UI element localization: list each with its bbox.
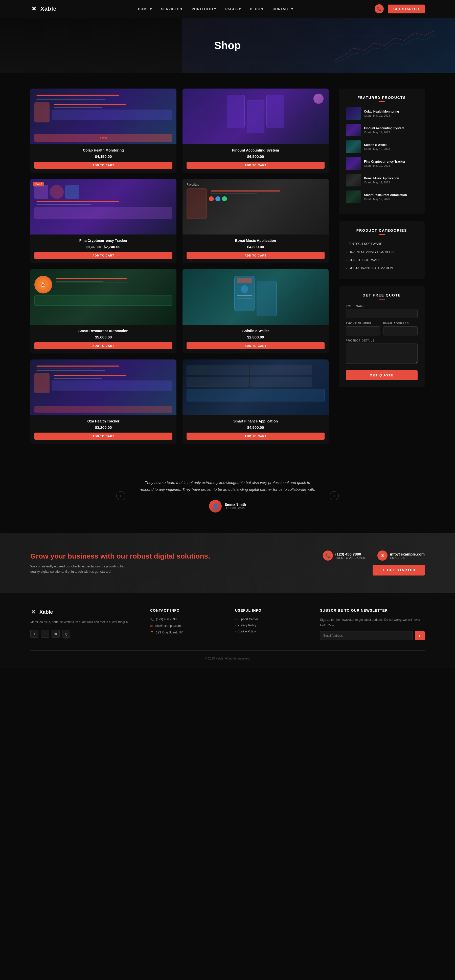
footer-logo-text: Xable [40, 609, 53, 615]
nav-cta-button[interactable]: GET STARTED [388, 5, 425, 13]
product-name-3: Fina Cryptocurrency Tracker [34, 239, 173, 243]
add-to-cart-7[interactable]: ADD TO CART [34, 433, 173, 440]
product-card-7: Oxa Health Tracker $3,200.00 ADD TO CART [30, 360, 176, 444]
quote-title: GET FREE QUOTE [346, 293, 418, 297]
featured-info-6: Smart Restaurant Automation Oxart . May … [364, 193, 407, 200]
nav-blog[interactable]: BLOG ▾ [250, 7, 264, 11]
logo[interactable]: ✕ Xable [30, 5, 57, 13]
newsletter-form: ➤ [320, 631, 425, 640]
add-to-cart-5[interactable]: ADD TO CART [34, 342, 173, 349]
cta-phone-label: TALK TO AN EXPERT [335, 556, 367, 559]
social-facebook[interactable]: f [30, 630, 38, 638]
category-arrow-1: › [346, 242, 347, 245]
categories-divider [379, 234, 385, 235]
product-name-2: Finount Accounting System [187, 148, 325, 152]
footer: ✕ Xable Morbi leo risus, porta ac vestib… [0, 593, 455, 668]
cta-email-item: ✉ info@example.com EMAIL US [377, 550, 425, 561]
product-image-3: Sale! [30, 179, 176, 234]
product-card-3: Sale! Fi [30, 179, 176, 263]
featured-name-6: Smart Restaurant Automation [364, 193, 407, 197]
footer-link-privacy[interactable]: › Privacy Policy [235, 624, 305, 627]
featured-item-3[interactable]: Solofin e-Wallet Oxart . May 12, 2023 [346, 140, 418, 153]
footer-link-support[interactable]: › Support Center [235, 617, 305, 621]
product-info-4: Bonai Music Application $4,800.00 ADD TO… [182, 234, 328, 263]
footer-contact-address: 📍 123 King Street, NY [150, 631, 220, 634]
footer-phone-number: (123) 456 7890 [156, 617, 176, 621]
name-input[interactable] [346, 309, 418, 318]
product-card-1: get fit Colab Health Monitoring $4,150.0… [30, 89, 176, 173]
cta-button[interactable]: ✈ GET STARTED [373, 565, 425, 576]
sidebar: FEATURED PRODUCTS Colab Health Monitorin… [339, 89, 425, 444]
add-to-cart-4[interactable]: ADD TO CART [187, 252, 325, 259]
add-to-cart-8[interactable]: ADD TO CART [187, 433, 325, 440]
featured-item-6[interactable]: Smart Restaurant Automation Oxart . May … [346, 191, 418, 203]
product-card-8: Smart Finance Application $4,500.00 ADD … [182, 360, 328, 444]
featured-info-1: Colab Health Monitoring Oxart . May 12, … [364, 110, 399, 117]
category-health[interactable]: › HEALTH SOFTWARE [346, 256, 418, 264]
featured-item-2[interactable]: Finount Accounting System Oxart . May 12… [346, 124, 418, 136]
featured-item-5[interactable]: Bonai Music Application Oxart . May 12, … [346, 174, 418, 186]
hero-section: Shop [0, 18, 455, 73]
add-to-cart-2[interactable]: ADD TO CART [187, 162, 325, 169]
testimonial-section: ‹ They have a team that is not only extr… [0, 459, 455, 533]
cta-btn-label: GET STARTED [387, 568, 415, 572]
featured-name-5: Bonai Music Application [364, 177, 399, 180]
featured-name-1: Colab Health Monitoring [364, 110, 399, 113]
category-fintech[interactable]: › FINTECH SOFTWARE [346, 240, 418, 248]
social-instagram[interactable]: ig [62, 630, 70, 638]
add-to-cart-6[interactable]: ADD TO CART [187, 342, 325, 349]
details-textarea[interactable] [346, 344, 418, 364]
footer-link-cookie[interactable]: › Cookie Policy [235, 630, 305, 633]
nav-phone-button[interactable]: 📞 [375, 4, 384, 13]
footer-logo[interactable]: ✕ Xable [30, 608, 135, 616]
product-name-1: Colab Health Monitoring [34, 148, 173, 152]
featured-thumb-4 [346, 157, 361, 170]
nav-services[interactable]: SERVICES ▾ [161, 7, 183, 11]
author-name: Emma Smith [225, 503, 246, 506]
social-linkedin[interactable]: in [52, 630, 60, 638]
featured-item-4[interactable]: Fina Cryptocurrency Tracker Oxart . May … [346, 157, 418, 170]
original-price-3: $3,440.00 [86, 245, 101, 249]
product-card-4: Favorites [182, 179, 328, 263]
nav-pages[interactable]: PAGES ▾ [225, 7, 241, 11]
featured-info-5: Bonai Music Application Oxart . May 12, … [364, 177, 399, 184]
name-field-group: YOUR NAME [346, 305, 418, 318]
featured-item-1[interactable]: Colab Health Monitoring Oxart . May 12, … [346, 107, 418, 120]
product-image-5: 🍣 [30, 269, 176, 325]
category-label-1: FINTECH SOFTWARE [349, 242, 382, 246]
featured-title: FEATURED PRODUCTS [346, 95, 418, 100]
nav-contact[interactable]: CONTACT ▾ [273, 7, 293, 11]
newsletter-submit[interactable]: ➤ [415, 631, 425, 640]
product-price-3: $3,440.00 $2,740.00 [34, 245, 173, 249]
copyright-text: © 2023 Xable. All rights reserved. [205, 657, 250, 660]
details-label: PROJECT DETAILS [346, 339, 418, 342]
newsletter-input[interactable] [320, 631, 413, 640]
quote-divider [379, 299, 385, 299]
products-grid: get fit Colab Health Monitoring $4,150.0… [30, 89, 328, 444]
hero-title: Shop [214, 40, 241, 52]
featured-meta-6: Oxart . May 12, 2023 [364, 197, 407, 200]
phone-input[interactable] [346, 326, 380, 336]
featured-info-3: Solofin e-Wallet Oxart . May 12, 2023 [364, 143, 390, 151]
cta-phone-details: (123) 456 7890 TALK TO AN EXPERT [335, 552, 367, 559]
footer-link-label-3: Cookie Policy [237, 630, 256, 633]
testimonial-next-button[interactable]: › [330, 491, 339, 500]
get-quote-button[interactable]: GET QUOTE [346, 370, 418, 380]
footer-about-text: Morbi leo risus, porta ac vestibulum at … [30, 619, 135, 625]
category-analytics[interactable]: › BUSINESS ANALYTICS APPS [346, 248, 418, 256]
add-to-cart-3[interactable]: ADD TO CART [34, 252, 173, 259]
quote-widget: GET FREE QUOTE YOUR NAME PHONE NUMBER EM… [339, 286, 425, 387]
add-to-cart-1[interactable]: ADD TO CART [34, 162, 173, 169]
sale-price-3: $2,740.00 [104, 245, 120, 249]
nav-home[interactable]: HOME ▾ [138, 7, 152, 11]
testimonial-prev-button[interactable]: ‹ [116, 491, 125, 500]
social-twitter[interactable]: t [41, 630, 49, 638]
product-price-5: $5,600.00 [34, 335, 173, 339]
link-arrow-1: › [235, 618, 236, 621]
cta-phone-number: (123) 456 7890 [335, 552, 367, 556]
category-restaurant[interactable]: › RESTAURANT AUTOMATION [346, 264, 418, 272]
nav-portfolio[interactable]: PORTFOLIO ▾ [192, 7, 216, 11]
product-info-3: Fina Cryptocurrency Tracker $3,440.00 $2… [30, 234, 176, 263]
email-input[interactable] [383, 326, 418, 336]
phone-label: PHONE NUMBER [346, 322, 380, 325]
